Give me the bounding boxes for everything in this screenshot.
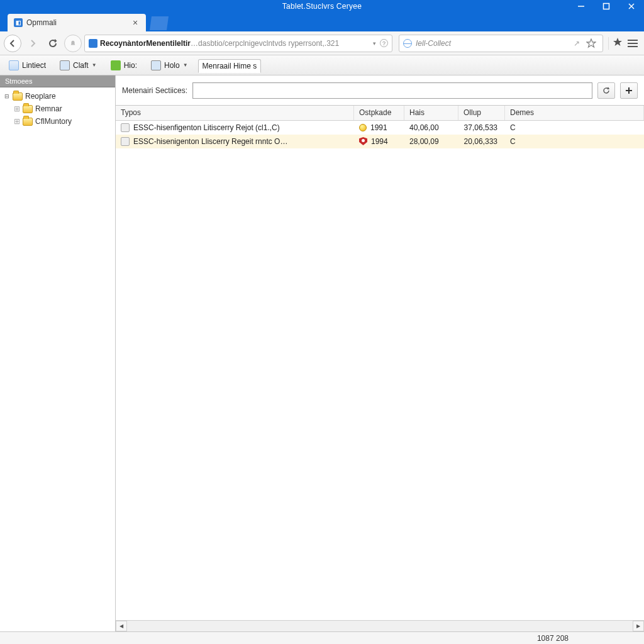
bookmark-inline-button[interactable] bbox=[586, 38, 596, 48]
search-box[interactable]: Iell-Collect ↗ bbox=[399, 35, 603, 52]
folder-icon bbox=[13, 92, 23, 101]
refresh-button[interactable] bbox=[597, 82, 615, 99]
reload-icon bbox=[48, 39, 57, 48]
row-hais: 28,00,09 bbox=[404, 137, 458, 146]
bookmarks-button[interactable] bbox=[613, 37, 623, 49]
table-row[interactable]: ESSC-hisenigenton Lliscerry Regeit rnntc… bbox=[116, 135, 644, 148]
col-hais[interactable]: Hais bbox=[404, 106, 458, 120]
chevron-down-icon: ▼ bbox=[92, 62, 97, 68]
address-bar[interactable]: RecoynàntorMenentileltir…dasbtio/cerpcln… bbox=[84, 35, 392, 52]
col-ollup[interactable]: Ollup bbox=[458, 106, 505, 120]
sidebar-tree: ⊟ Reoplare ⊞ Remnar ⊞ CflMuntory bbox=[0, 87, 115, 130]
row-ollup: 20,06,333 bbox=[458, 137, 505, 146]
content-pane: Metenairi Sectiices: Typos Ostpkade Hais… bbox=[116, 75, 644, 631]
svg-marker-4 bbox=[587, 39, 596, 47]
table: Typos Ostpkade Hais Ollup Demes ESSC-his… bbox=[116, 106, 644, 620]
tab-favicon-icon: ◧ bbox=[14, 18, 23, 27]
forward-button[interactable] bbox=[24, 35, 42, 52]
site-favicon-icon bbox=[89, 39, 97, 48]
bulb-icon bbox=[359, 124, 367, 131]
menu-button[interactable] bbox=[625, 37, 640, 50]
filter-input[interactable] bbox=[192, 82, 592, 99]
search-placeholder: Iell-Collect bbox=[416, 39, 451, 48]
plus-icon bbox=[625, 86, 633, 95]
monitor-icon bbox=[60, 60, 70, 70]
nav-end-controls bbox=[608, 37, 640, 50]
tab-strip: ◧ Opmmali × bbox=[0, 13, 644, 31]
col-typos[interactable]: Typos bbox=[116, 106, 354, 120]
horizontal-scrollbar[interactable]: ◀ ▶ bbox=[116, 620, 644, 631]
scroll-left-button[interactable]: ◀ bbox=[116, 621, 127, 631]
minimize-icon bbox=[577, 3, 585, 10]
row-name: ESSC-hisenigenton Lliscerry Regeit rnntc… bbox=[133, 137, 287, 146]
doc-icon bbox=[121, 123, 130, 132]
row-ost: 1991 bbox=[370, 123, 387, 132]
add-button[interactable] bbox=[620, 82, 638, 99]
tab-close-button[interactable]: × bbox=[131, 18, 140, 27]
svg-marker-5 bbox=[613, 38, 622, 46]
bookmark-label: Lintiect bbox=[22, 61, 46, 70]
scroll-right-button[interactable]: ▶ bbox=[633, 621, 644, 631]
sidebar-header: Stmoees bbox=[0, 75, 115, 87]
maximize-icon bbox=[602, 3, 610, 10]
bookmark-menraail[interactable]: Menraail Hime s bbox=[198, 59, 262, 73]
col-demes[interactable]: Demes bbox=[505, 106, 644, 120]
row-ollup: 37,06,533 bbox=[458, 123, 505, 132]
tree-line-icon: ⊞ bbox=[14, 117, 20, 126]
bookmark-holo[interactable]: Holo ▼ bbox=[147, 58, 192, 72]
tree-node-reoplare[interactable]: ⊟ Reoplare bbox=[0, 90, 115, 103]
tree-node-cflmuntory[interactable]: ⊞ CflMuntory bbox=[0, 115, 115, 128]
forward-arrow-icon bbox=[28, 39, 37, 48]
window-title: Tablet.Stuclvrs Ceryee bbox=[282, 2, 362, 11]
main-area: Stmoees ⊟ Reoplare ⊞ Remnar ⊞ CflMuntory… bbox=[0, 75, 644, 631]
folder-icon bbox=[23, 118, 33, 126]
tree-line-icon: ⊞ bbox=[14, 104, 20, 113]
bookmark-hio[interactable]: Hio: bbox=[107, 58, 141, 72]
tree-node-remnar[interactable]: ⊞ Remnar bbox=[0, 103, 115, 115]
folder-icon bbox=[23, 105, 33, 113]
new-tab-button[interactable] bbox=[150, 16, 169, 30]
info-icon[interactable]: ? bbox=[380, 39, 388, 47]
expander-icon[interactable]: ⊟ bbox=[4, 93, 10, 99]
green-icon bbox=[111, 60, 121, 70]
svg-rect-1 bbox=[604, 4, 609, 9]
refresh-icon bbox=[602, 86, 611, 95]
window-controls bbox=[569, 0, 644, 13]
status-bar: 1087 208 bbox=[0, 631, 644, 644]
maximize-button[interactable] bbox=[594, 0, 619, 13]
globe-icon bbox=[403, 39, 412, 48]
bookmark-claft[interactable]: Claft ▼ bbox=[56, 58, 101, 72]
row-demes: C bbox=[505, 123, 644, 132]
bookmark-label: Claft bbox=[73, 61, 89, 70]
bell-icon bbox=[69, 40, 77, 47]
bookmarks-toolbar: Lintiect Claft ▼ Hio: Holo ▼ Menraail Hi… bbox=[0, 55, 644, 75]
scroll-track[interactable] bbox=[127, 621, 633, 631]
close-button[interactable] bbox=[619, 0, 644, 13]
bookmark-lintiect[interactable]: Lintiect bbox=[5, 58, 50, 72]
url-path: …dasbtio/cerpclnigevclntvds ryperrsont,.… bbox=[191, 39, 339, 48]
table-row[interactable]: ESSC-hisenfigenton Litiscerry Rejot (cl1… bbox=[116, 121, 644, 135]
filter-label: Metenairi Sectiices: bbox=[122, 86, 187, 95]
monitor-icon bbox=[151, 60, 161, 70]
chevron-down-icon: ▼ bbox=[183, 62, 188, 68]
star-icon bbox=[613, 37, 623, 47]
tree-label: Remnar bbox=[35, 104, 62, 113]
navigation-bar: RecoynàntorMenentileltir…dasbtio/cerpcln… bbox=[0, 31, 644, 55]
notification-button[interactable] bbox=[64, 35, 82, 52]
url-text: RecoynàntorMenentileltir…dasbtio/cerpcln… bbox=[100, 38, 370, 48]
row-name: ESSC-hisenfigenton Litiscerry Rejot (cl1… bbox=[133, 123, 280, 132]
page-icon bbox=[9, 60, 19, 70]
tree-label: CflMuntory bbox=[35, 117, 72, 126]
star-outline-icon bbox=[586, 38, 596, 48]
doc-icon bbox=[121, 137, 130, 146]
feed-icon[interactable]: ↗ bbox=[574, 39, 580, 48]
col-ostpkade[interactable]: Ostpkade bbox=[354, 106, 404, 120]
back-button[interactable] bbox=[4, 35, 21, 52]
table-header: Typos Ostpkade Hais Ollup Demes bbox=[116, 106, 644, 121]
row-ost: 1994 bbox=[371, 137, 388, 146]
reload-button[interactable] bbox=[44, 35, 62, 52]
browser-tab[interactable]: ◧ Opmmali × bbox=[8, 14, 146, 31]
minimize-button[interactable] bbox=[569, 0, 594, 13]
dropdown-icon[interactable]: ▾ bbox=[373, 40, 376, 47]
row-hais: 40,06,00 bbox=[404, 123, 458, 132]
